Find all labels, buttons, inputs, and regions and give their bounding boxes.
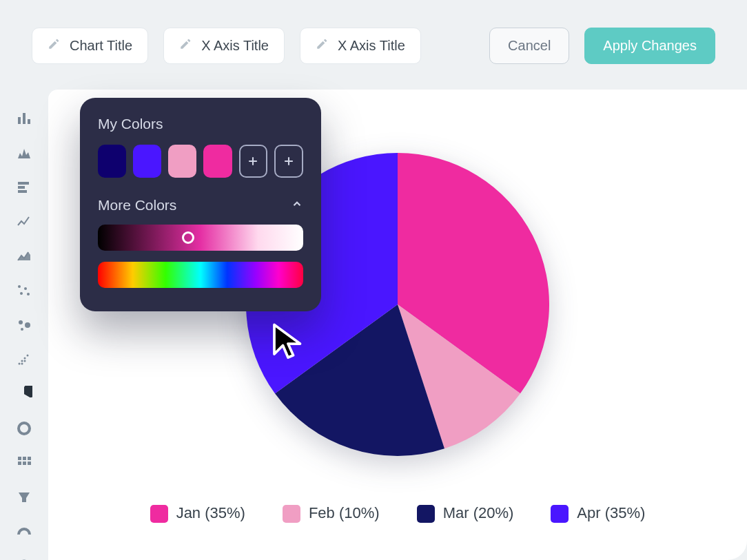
add-color-button[interactable]	[274, 145, 303, 178]
legend-item[interactable]: Jan (35%)	[150, 504, 245, 523]
svg-rect-23	[18, 462, 21, 465]
svg-rect-0	[18, 117, 21, 124]
bar-chart-icon[interactable]	[14, 110, 34, 127]
donut-chart-icon[interactable]	[14, 420, 34, 437]
x-axis-title-field-1[interactable]: X Axis Title	[163, 28, 285, 64]
funnel-icon[interactable]	[14, 489, 34, 506]
more-colors-heading: More Colors	[98, 197, 176, 214]
svg-point-11	[25, 322, 30, 328]
legend-item[interactable]: Apr (35%)	[551, 504, 645, 523]
dot-plot-icon[interactable]	[14, 351, 34, 368]
shade-slider[interactable]	[98, 225, 303, 251]
svg-point-17	[21, 363, 23, 365]
legend-swatch	[417, 505, 435, 523]
legend-swatch	[150, 505, 168, 523]
color-swatch[interactable]	[203, 145, 232, 178]
add-color-button[interactable]	[239, 145, 268, 178]
pencil-icon	[48, 38, 60, 54]
svg-rect-21	[23, 457, 26, 460]
color-picker-popover: My Colors More Colors	[80, 98, 321, 311]
chart-legend: Jan (35%)Feb (10%)Mar (20%)Apr (35%)	[48, 504, 747, 523]
horizontal-bar-icon[interactable]	[14, 179, 34, 196]
heatmap-icon[interactable]	[14, 455, 34, 471]
gauge-icon[interactable]	[14, 523, 34, 540]
color-swatch[interactable]	[168, 145, 196, 178]
legend-label: Jan (35%)	[176, 504, 245, 521]
svg-rect-22	[28, 457, 31, 460]
svg-point-8	[20, 292, 23, 295]
svg-point-19	[19, 423, 30, 434]
svg-point-16	[27, 355, 29, 357]
histogram-icon[interactable]	[14, 145, 34, 161]
x-axis-title-2-text: X Axis Title	[338, 38, 405, 54]
shade-slider-handle[interactable]	[182, 231, 194, 244]
my-colors-heading: My Colors	[98, 116, 303, 132]
cancel-button-label: Cancel	[508, 38, 551, 54]
legend-item[interactable]: Mar (20%)	[417, 504, 514, 523]
color-swatch[interactable]	[98, 145, 126, 178]
svg-point-7	[24, 287, 27, 290]
legend-swatch	[551, 505, 569, 523]
svg-rect-20	[18, 457, 21, 460]
legend-swatch	[283, 505, 300, 523]
svg-rect-4	[18, 186, 25, 189]
svg-rect-1	[23, 113, 25, 124]
x-axis-title-field-2[interactable]: X Axis Title	[300, 28, 421, 64]
svg-rect-5	[18, 190, 27, 193]
legend-item[interactable]: Feb (10%)	[283, 504, 380, 523]
svg-point-14	[21, 360, 23, 362]
pencil-icon	[179, 38, 192, 54]
color-swatch[interactable]	[133, 145, 161, 178]
svg-rect-3	[18, 182, 29, 185]
scatter-icon[interactable]	[14, 282, 34, 299]
svg-point-15	[24, 357, 26, 360]
svg-rect-24	[23, 462, 26, 465]
apply-changes-button[interactable]: Apply Changes	[584, 28, 715, 64]
line-chart-icon[interactable]	[14, 214, 34, 230]
area-chart-icon[interactable]	[14, 248, 34, 265]
svg-point-18	[24, 360, 26, 362]
legend-label: Apr (35%)	[577, 504, 645, 521]
x-axis-title-1-text: X Axis Title	[201, 38, 269, 54]
legend-label: Feb (10%)	[309, 504, 380, 521]
svg-point-6	[18, 285, 21, 288]
chevron-up-icon[interactable]	[291, 198, 303, 214]
chart-title-field[interactable]: Chart Title	[32, 28, 148, 64]
my-colors-row	[98, 145, 303, 178]
pie-chart-icon[interactable]	[14, 386, 34, 402]
cancel-button[interactable]: Cancel	[489, 28, 569, 64]
svg-rect-2	[28, 119, 30, 124]
apply-button-label: Apply Changes	[603, 38, 697, 54]
bubble-icon[interactable]	[14, 317, 34, 333]
svg-point-9	[27, 293, 30, 295]
svg-point-12	[21, 328, 23, 331]
legend-label: Mar (20%)	[443, 504, 514, 521]
svg-point-10	[19, 320, 23, 324]
chart-type-sidebar	[0, 90, 48, 560]
svg-point-13	[19, 363, 21, 365]
toolbar: Chart Title X Axis Title X Axis Title Ca…	[0, 0, 747, 90]
svg-rect-25	[28, 462, 31, 465]
hue-slider[interactable]	[98, 262, 303, 288]
chart-title-text: Chart Title	[70, 38, 132, 54]
pencil-icon	[316, 38, 328, 54]
